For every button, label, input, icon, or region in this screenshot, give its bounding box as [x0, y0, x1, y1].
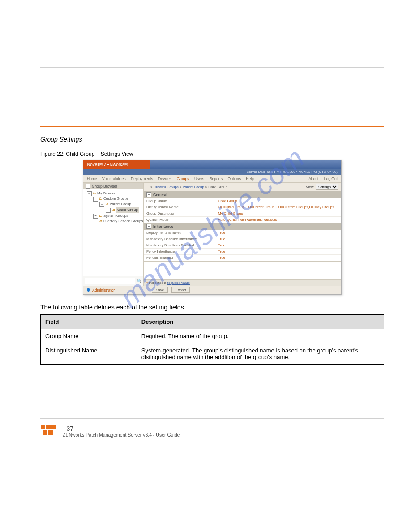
- breadcrumb-up[interactable]: ...: [146, 185, 150, 189]
- doc-title: ZENworks Patch Management Server v6.4 - …: [63, 432, 180, 438]
- tree-system-groups[interactable]: System Groups: [103, 213, 128, 219]
- user-icon: 👤: [86, 288, 91, 292]
- menu-options[interactable]: Options: [228, 176, 241, 181]
- folder-icon: 🗂: [93, 191, 96, 196]
- breadcrumb-sep: >: [180, 185, 183, 189]
- tree-parent-group[interactable]: Parent Group: [110, 202, 131, 207]
- breadcrumb-custom[interactable]: Custom Groups: [154, 185, 179, 189]
- required-star: *: [146, 281, 148, 285]
- kv-value: True: [218, 256, 338, 260]
- kv-value: True: [218, 249, 338, 253]
- menu-about[interactable]: About: [308, 176, 318, 181]
- group-browser-title: Group Browser: [92, 184, 117, 189]
- header-banner: [150, 160, 341, 169]
- expand-icon[interactable]: +: [93, 214, 98, 219]
- folder-icon: 🗂: [111, 207, 115, 213]
- table-header-field: Field: [41, 315, 137, 329]
- kv-key: Mandatory Baselines Enabled: [146, 243, 218, 247]
- breadcrumb-bar: ... > Custom Groups > Parent Group > Chi…: [144, 183, 341, 191]
- required-text-b: required value: [167, 281, 190, 285]
- table-cell: Distinguished Name: [41, 343, 137, 365]
- screenshot: manualshive.com Novell® ZENworks® Server…: [83, 160, 342, 295]
- expand-icon[interactable]: +: [106, 208, 111, 213]
- kv-value: True: [218, 231, 338, 235]
- save-button[interactable]: Save: [152, 287, 168, 293]
- table-cell: Required. The name of the group.: [137, 329, 384, 343]
- expand-icon[interactable]: –: [99, 202, 104, 207]
- tree-search-input[interactable]: [85, 278, 135, 284]
- menu-logout[interactable]: Log Out: [324, 176, 338, 181]
- expand-icon[interactable]: –: [93, 197, 98, 202]
- menu-home[interactable]: Home: [87, 176, 97, 181]
- table-intro: The following table defines each of the …: [40, 304, 384, 311]
- kv-key: Policy Inheritance: [146, 249, 218, 253]
- menu-deployments[interactable]: Deployments: [131, 176, 153, 181]
- section-inheritance: Inheritance: [153, 224, 173, 229]
- page-number: - 37 -: [63, 425, 77, 432]
- search-icon[interactable]: 🔍: [137, 279, 142, 283]
- kv-key: Mandatory Baseline Inheritance: [146, 237, 218, 241]
- bottom-divider: [40, 418, 384, 419]
- view-label: View:: [306, 185, 314, 189]
- section-divider: [40, 126, 384, 127]
- menu-vulnerabilities[interactable]: Vulnerabilities: [102, 176, 126, 181]
- field-table: Field Description Group Name Required. T…: [40, 314, 384, 365]
- kv-key: Deployments Enabled: [146, 231, 218, 235]
- kv-value: True: [218, 243, 338, 247]
- kv-key: Distinguished Name: [146, 205, 218, 209]
- tree-my-groups[interactable]: My Groups: [97, 191, 115, 196]
- group-browser-header: – Group Browser: [83, 183, 143, 189]
- tree-directory-groups[interactable]: Directory Service Groups: [103, 219, 143, 224]
- collapse-icon[interactable]: –: [146, 192, 151, 197]
- menu-users[interactable]: Users: [194, 176, 204, 181]
- kv-value: My Child Group: [218, 211, 338, 215]
- page-footer: - 37 - ZENworks Patch Management Server …: [40, 425, 384, 438]
- breadcrumb-sep: >: [150, 185, 154, 189]
- details-pane: [144, 262, 341, 280]
- footer-logo: [40, 425, 56, 436]
- kv-key: Policies Enabled: [146, 256, 218, 260]
- collapse-icon[interactable]: –: [146, 224, 151, 229]
- tree-toggle-icon[interactable]: –: [86, 184, 90, 189]
- table-header-description: Description: [137, 315, 384, 329]
- expand-icon[interactable]: –: [87, 191, 92, 196]
- kv-key: QChain Mode: [146, 218, 218, 222]
- folder-icon: 🗂: [105, 202, 109, 207]
- app-brand: Novell® ZENworks®: [83, 160, 150, 169]
- menu-bar: Home Vulnerabilities Deployments Devices…: [83, 175, 341, 183]
- breadcrumb-parent[interactable]: Parent Group: [183, 185, 204, 189]
- folder-icon: 🗂: [98, 219, 102, 224]
- menu-reports[interactable]: Reports: [209, 176, 223, 181]
- tree-child-group[interactable]: Child Group: [116, 207, 139, 213]
- menu-devices[interactable]: Devices: [158, 176, 171, 181]
- tree-custom-groups[interactable]: Custom Groups: [103, 196, 128, 202]
- current-user: Administrator: [92, 288, 115, 292]
- required-note: * Indicates a required value: [144, 280, 341, 286]
- kv-value: OU=Child Group,OU=Parent Group,OU=Custom…: [218, 205, 338, 209]
- menu-groups[interactable]: Groups: [177, 176, 189, 181]
- export-button[interactable]: Export: [171, 287, 190, 293]
- table-cell: Group Name: [41, 329, 137, 343]
- top-divider: [40, 67, 384, 68]
- required-text-a: Indicates a: [149, 281, 167, 285]
- folder-icon: 🗂: [99, 213, 103, 219]
- kv-value: Child Group: [218, 199, 338, 203]
- kv-value: True: [218, 237, 338, 241]
- section-general: General: [153, 193, 167, 197]
- kv-key: Group Description: [146, 211, 218, 215]
- group-tree: –🗂My Groups –🗂Custom Groups –🗂Parent Gro…: [83, 189, 143, 276]
- view-select[interactable]: Settings: [316, 184, 338, 190]
- breadcrumb-current: Child Group: [208, 185, 227, 189]
- figure-label: Figure 22: Child Group – Settings View: [40, 151, 384, 157]
- kv-value: Auto QChain with Automatic Reboots: [218, 218, 338, 222]
- server-time: Server Date and Time: 5/8/2007 4:07:33 P…: [83, 169, 341, 175]
- kv-key: Group Name: [146, 199, 218, 203]
- folder-icon: 🗂: [99, 196, 103, 202]
- section-title: Group Settings: [40, 136, 384, 143]
- table-cell: System-generated. The group's distinguis…: [137, 343, 384, 365]
- menu-help[interactable]: Help: [246, 176, 253, 181]
